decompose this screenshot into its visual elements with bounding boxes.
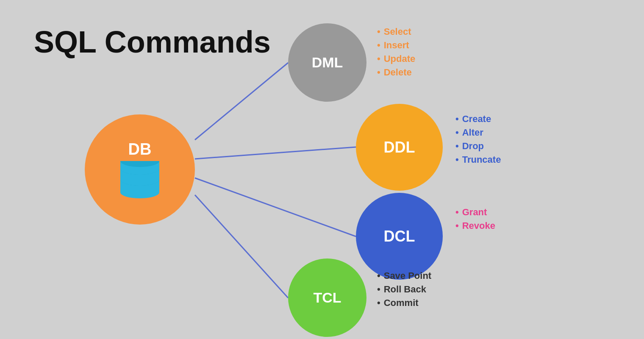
list-item: Commit bbox=[377, 297, 431, 308]
page-title: SQL Commands bbox=[34, 25, 271, 59]
list-item: Truncate bbox=[455, 154, 501, 165]
svg-line-2 bbox=[195, 178, 356, 236]
tcl-label: TCL bbox=[313, 289, 341, 306]
db-circle: DB bbox=[85, 114, 195, 225]
list-item: Select bbox=[377, 26, 415, 37]
list-item: Drop bbox=[455, 141, 501, 152]
dml-circle: DML bbox=[288, 23, 366, 102]
svg-line-0 bbox=[195, 63, 288, 140]
tcl-list: Save PointRoll BackCommit bbox=[377, 270, 431, 311]
list-item: Delete bbox=[377, 67, 415, 78]
list-item: Roll Back bbox=[377, 284, 431, 295]
ddl-label: DDL bbox=[384, 139, 415, 156]
list-item: Save Point bbox=[377, 270, 431, 281]
list-item: Insert bbox=[377, 40, 415, 51]
ddl-circle: DDL bbox=[356, 104, 443, 191]
dml-list: SelectInsertUpdateDelete bbox=[377, 26, 415, 81]
ddl-list: CreateAlterDropTruncate bbox=[455, 114, 501, 168]
dml-label: DML bbox=[312, 54, 343, 71]
dcl-list: GrantRevoke bbox=[455, 207, 495, 234]
svg-line-1 bbox=[195, 147, 356, 159]
tcl-circle: TCL bbox=[288, 258, 366, 337]
db-icon bbox=[117, 161, 163, 199]
dcl-circle: DCL bbox=[356, 193, 443, 280]
svg-line-3 bbox=[195, 195, 288, 298]
page-container: SQL Commands DB DML bbox=[0, 0, 644, 339]
dcl-label: DCL bbox=[384, 228, 415, 245]
db-label: DB bbox=[128, 140, 152, 158]
list-item: Revoke bbox=[455, 220, 495, 231]
list-item: Create bbox=[455, 114, 501, 125]
list-item: Grant bbox=[455, 207, 495, 218]
list-item: Alter bbox=[455, 127, 501, 138]
list-item: Update bbox=[377, 53, 415, 64]
